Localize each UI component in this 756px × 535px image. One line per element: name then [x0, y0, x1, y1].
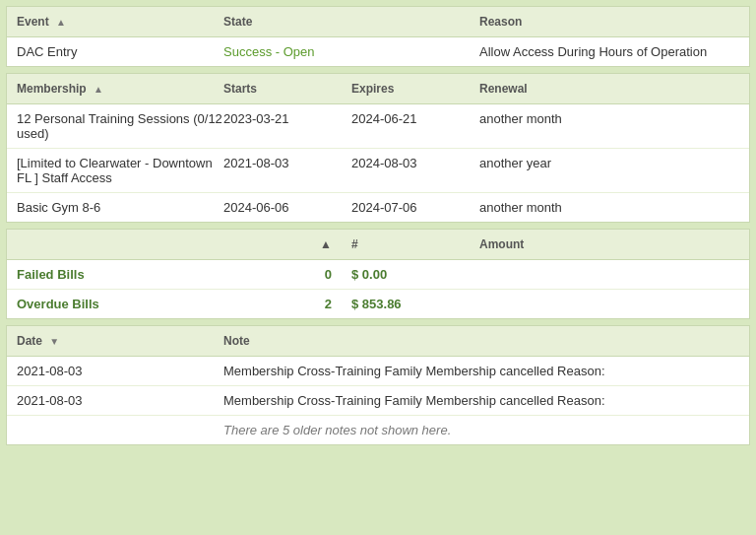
notes-footer-text: There are 5 older notes not shown here.: [223, 423, 739, 437]
renewal-cell-2: another month: [479, 200, 739, 215]
membership-cell-2: Basic Gym 8-6: [17, 200, 223, 215]
expires-col-header: Expires: [351, 82, 479, 96]
event-cell: DAC Entry: [17, 44, 223, 59]
event-header-row: Event ▲ State Reason: [7, 7, 749, 37]
bills-amount-header-label: Amount: [479, 237, 524, 251]
membership-section: Membership ▲ Starts Expires Renewal 12 P…: [6, 73, 750, 223]
bills-amount-cell-0: $ 0.00: [351, 267, 479, 282]
expires-cell-1: 2024-08-03: [351, 156, 479, 170]
date-sort-icon[interactable]: ▼: [49, 336, 59, 347]
note-cell-1: Membership Cross-Training Family Members…: [223, 393, 739, 408]
starts-cell-2: 2024-06-06: [223, 200, 351, 215]
renewal-cell-0: another month: [479, 111, 739, 126]
note-cell-0: Membership Cross-Training Family Members…: [223, 364, 739, 378]
page-container: Event ▲ State Reason DAC Entry Success -…: [0, 0, 756, 535]
bills-hash-col-header: #: [351, 237, 479, 251]
bills-sort-col-header: ▲: [223, 237, 351, 251]
event-col-header: Event ▲: [17, 15, 223, 29]
table-row: 2021-08-03 Membership Cross-Training Fam…: [7, 386, 749, 416]
date-col-header: Date ▼: [17, 334, 223, 348]
table-row: DAC Entry Success - Open Allow Access Du…: [7, 37, 749, 66]
membership-cell-1: [Limited to Clearwater - Downtown FL ] S…: [17, 156, 223, 185]
table-row: Overdue Bills 2 $ 853.86: [7, 290, 749, 318]
reason-header-label: Reason: [479, 15, 522, 29]
bills-hash-header-label: #: [351, 237, 358, 251]
membership-header-label: Membership: [17, 82, 87, 96]
expires-header-label: Expires: [351, 82, 394, 96]
event-header-label: Event: [17, 15, 49, 29]
note-header-label: Note: [223, 334, 250, 348]
membership-sort-icon[interactable]: ▲: [94, 84, 103, 95]
membership-col-header: Membership ▲: [17, 82, 223, 96]
renewal-header-label: Renewal: [479, 82, 528, 96]
bills-amount-cell-1: $ 853.86: [351, 297, 479, 311]
expires-cell-0: 2024-06-21: [351, 111, 479, 126]
bills-sort-icon[interactable]: ▲: [320, 237, 332, 251]
starts-header-label: Starts: [223, 82, 257, 96]
notes-section: Date ▼ Note 2021-08-03 Membership Cross-…: [6, 325, 750, 445]
reason-col-header: Reason: [479, 15, 739, 29]
expires-cell-2: 2024-07-06: [351, 200, 479, 215]
bills-count-cell-0: 0: [223, 267, 351, 282]
table-row: Basic Gym 8-6 2024-06-06 2024-07-06 anot…: [7, 193, 749, 222]
date-header-label: Date: [17, 334, 42, 348]
table-row: Failed Bills 0 $ 0.00: [7, 260, 749, 290]
state-col-header: State: [223, 15, 479, 29]
bills-label-cell-1: Overdue Bills: [17, 297, 223, 311]
event-sort-icon[interactable]: ▲: [56, 17, 66, 28]
table-row: 2021-08-03 Membership Cross-Training Fam…: [7, 357, 749, 386]
table-row: [Limited to Clearwater - Downtown FL ] S…: [7, 149, 749, 193]
event-section: Event ▲ State Reason DAC Entry Success -…: [6, 6, 750, 67]
notes-footer-row: There are 5 older notes not shown here.: [7, 416, 749, 444]
table-row: 12 Personal Training Sessions (0/12 used…: [7, 104, 749, 149]
state-header-label: State: [223, 15, 252, 29]
renewal-cell-1: another year: [479, 156, 739, 170]
bills-section: ▲ # Amount Failed Bills 0 $ 0.00 Overdue…: [6, 229, 750, 319]
bills-header-row: ▲ # Amount: [7, 230, 749, 260]
starts-cell-1: 2021-08-03: [223, 156, 351, 170]
bills-empty-header: [17, 237, 223, 251]
bills-amount-col-header: Amount: [479, 237, 739, 251]
starts-cell-0: 2023-03-21: [223, 111, 351, 126]
date-cell-0: 2021-08-03: [17, 364, 223, 378]
membership-header-row: Membership ▲ Starts Expires Renewal: [7, 74, 749, 104]
renewal-col-header: Renewal: [479, 82, 739, 96]
date-cell-1: 2021-08-03: [17, 393, 223, 408]
reason-cell: Allow Access During Hours of Operation: [479, 44, 739, 59]
bills-count-cell-1: 2: [223, 297, 351, 311]
bills-label-cell-0: Failed Bills: [17, 267, 223, 282]
membership-cell-0: 12 Personal Training Sessions (0/12 used…: [17, 111, 223, 141]
state-cell: Success - Open: [223, 44, 479, 59]
starts-col-header: Starts: [223, 82, 351, 96]
note-col-header: Note: [223, 334, 739, 348]
notes-header-row: Date ▼ Note: [7, 326, 749, 357]
